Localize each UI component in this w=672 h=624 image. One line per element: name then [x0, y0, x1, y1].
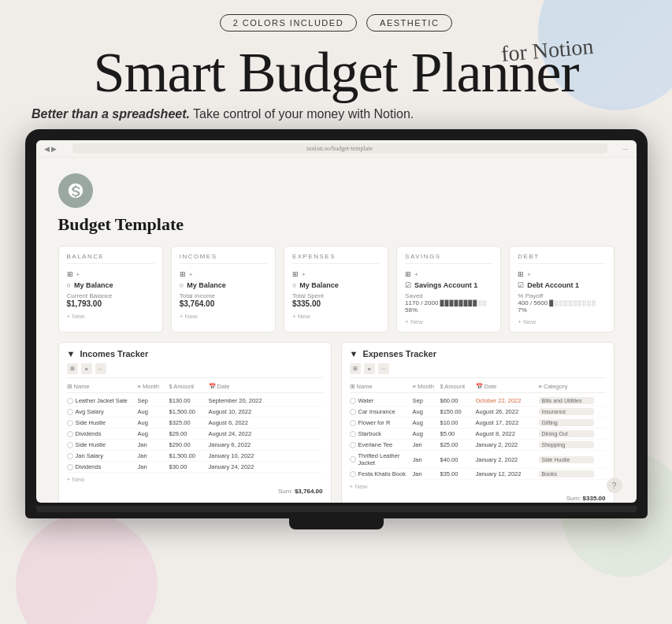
- debt-card: DEBT ⊞+ ☑ Debt Account 1 % Payoff 400 / …: [509, 246, 614, 332]
- income-table-row: Dividends Aug $29.00 August 24, 2022: [67, 429, 323, 440]
- sort-icon[interactable]: ≡: [81, 363, 92, 374]
- expenses-card-header: EXPENSES: [292, 253, 380, 264]
- balance-card: BALANCE ⊞+ ○ My Balance Current Balance …: [58, 246, 163, 332]
- badges-row: 2 COLORS INCLUDED AESTHETIC: [16, 14, 656, 32]
- savings-card-header: SAVINGS: [405, 253, 492, 264]
- income-table-row: Avg Salary Aug $1,500.00 August 10, 2022: [67, 407, 323, 418]
- notion-page-content: Budget Template BALANCE ⊞+ ○ My Balance …: [36, 158, 637, 503]
- income-table-row: Dividends Jan $30.00 January 24, 2022: [67, 462, 323, 473]
- expenses-tracker-header: ▼ Expenses Tracker: [350, 349, 606, 358]
- incomes-col-headers: ⊞ Name ≡ Month $ Amount 📅 Date: [67, 383, 323, 393]
- expense-table-row: Thrifted Leather Jacket Jan $40.00 Janua…: [350, 451, 606, 469]
- expense-table-row: Festa Khalis Book Jan $35.00 January 12,…: [350, 469, 606, 480]
- laptop-stand: [289, 518, 384, 529]
- incomes-tracker: ▼ Incomes Tracker ⊞ ≡ ··· ⊞ Name ≡ Month…: [58, 342, 332, 503]
- incomes-tracker-toolbar: ⊞ ≡ ···: [67, 363, 323, 378]
- expenses-tracker-toolbar: ⊞ ≡ ···: [350, 363, 606, 378]
- colors-badge: 2 COLORS INCLUDED: [220, 14, 357, 32]
- expense-rows-container: Water Sep $60.00 October 22, 2022 Bills …: [350, 396, 606, 480]
- expense-table-row: Water Sep $60.00 October 22, 2022 Bills …: [350, 396, 606, 407]
- sort-icon[interactable]: ≡: [364, 363, 375, 374]
- help-button[interactable]: ?: [607, 477, 622, 493]
- expenses-tracker-footer: Sum: $335.00: [350, 495, 606, 502]
- income-table-row: Jan Salary Jan $1,500.00 January 10, 202…: [67, 451, 323, 462]
- incomes-tracker-footer: Sum: $3,764.00: [67, 488, 323, 495]
- subtitle-bold: Better than a spreadsheet.: [32, 107, 190, 121]
- filter-icon[interactable]: ⊞: [67, 363, 78, 374]
- incomes-card: INCOMES ⊞+ ○ My Balance Total Income $3,…: [171, 246, 276, 332]
- filter-icon[interactable]: ⊞: [350, 363, 361, 374]
- laptop-outer: ◀ ▶ notion.so/budget-template ··· Budget…: [25, 129, 648, 518]
- page-icon: [58, 173, 93, 208]
- trackers-row: ▼ Incomes Tracker ⊞ ≡ ··· ⊞ Name ≡ Month…: [58, 342, 614, 503]
- income-table-row: Leather Jacket Sale Sep $130.00 Septembe…: [67, 396, 323, 407]
- expenses-tracker: ▼ Expenses Tracker ⊞ ≡ ··· ⊞ Name ≡ Mont…: [341, 342, 614, 503]
- income-rows-container: Leather Jacket Sale Sep $130.00 Septembe…: [67, 396, 323, 473]
- expenses-col-headers: ⊞ Name ≡ Month $ Amount 📅 Date ≡ Categor…: [350, 383, 606, 393]
- aesthetic-badge: AESTHETIC: [366, 14, 452, 32]
- laptop-mockup: ◀ ▶ notion.so/budget-template ··· Budget…: [25, 129, 648, 529]
- more-icon[interactable]: ···: [95, 363, 106, 374]
- laptop-bottom-bar: [36, 506, 637, 512]
- savings-card: SAVINGS ⊞+ ☑ Savings Account 1 Saved 117…: [396, 246, 501, 332]
- bg-decoration-br: [16, 514, 158, 624]
- income-table-row: Side Hustle Jan $290.00 January 6, 2022: [67, 440, 323, 451]
- expense-table-row: Car Insurance Aug $150.00 August 26, 202…: [350, 407, 606, 418]
- expense-table-row: Everlane Tee Jan $25.00 January 2, 2022 …: [350, 440, 606, 451]
- incomes-tracker-header: ▼ Incomes Tracker: [67, 349, 323, 358]
- debt-card-header: DEBT: [518, 253, 605, 264]
- notion-topbar: ◀ ▶ notion.so/budget-template ···: [36, 140, 637, 158]
- more-icon[interactable]: ···: [378, 363, 389, 374]
- expense-table-row: Flower for R Aug $10.00 August 17, 2022 …: [350, 418, 606, 429]
- balance-card-header: BALANCE: [67, 253, 154, 264]
- expense-table-row: Starbuck Aug $5.00 August 8, 2022 Dining…: [350, 429, 606, 440]
- incomes-card-header: INCOMES: [180, 253, 267, 264]
- expenses-card: EXPENSES ⊞+ ○ My Balance Total Spent $33…: [284, 246, 388, 332]
- laptop-screen: ◀ ▶ notion.so/budget-template ··· Budget…: [36, 140, 637, 503]
- income-table-row: Side Hustle Aug $325.00 August 6, 2022: [67, 418, 323, 429]
- subtitle-regular: Take control of your money with Notion.: [190, 107, 414, 121]
- notion-page-title: Budget Template: [58, 214, 614, 235]
- dashboard-cards: BALANCE ⊞+ ○ My Balance Current Balance …: [58, 246, 614, 332]
- dollar-icon: [67, 182, 84, 199]
